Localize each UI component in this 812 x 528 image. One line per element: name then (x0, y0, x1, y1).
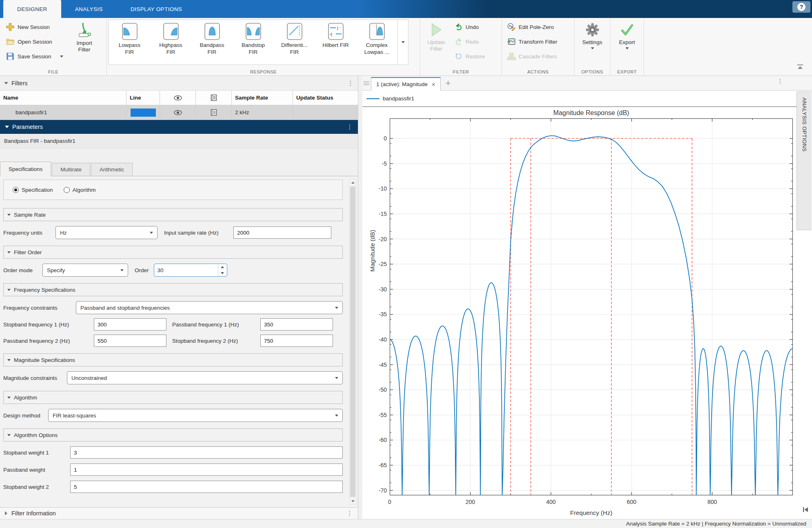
magnitude-constraints-dropdown[interactable]: Unconstrained (67, 371, 343, 384)
tab-specifications[interactable]: Specifications (0, 162, 51, 176)
collapse-icon (7, 289, 11, 291)
stopband-weight2-field[interactable] (70, 481, 343, 493)
section-sample-rate[interactable]: Sample Rate (3, 208, 343, 221)
cascade-filters-icon (507, 52, 516, 60)
stopband-freq1-field[interactable] (94, 318, 166, 331)
filter-row-line-swatch[interactable] (126, 105, 160, 120)
response-hilbert-fir[interactable]: j-j Hilbert FIR (315, 20, 356, 64)
filters-panel-header: Filters ⋮ (0, 76, 358, 91)
help-button[interactable]: ? (792, 1, 810, 13)
restore-button[interactable]: Restore (451, 49, 488, 64)
options-section-label: OPTIONS (575, 69, 610, 74)
scrollbar-thumb[interactable] (350, 186, 355, 497)
analysis-options-label: ANALYSIS OPTIONS (801, 98, 808, 152)
analysis-options-tab[interactable]: ANALYSIS OPTIONS (796, 91, 812, 230)
frequency-constraints-dropdown[interactable]: Passband and stopband frequencies (76, 301, 343, 314)
design-method-dropdown[interactable]: FIR least-squares (48, 409, 343, 422)
edit-pole-zero-button[interactable]: Edit Pole-Zero (504, 20, 574, 34)
add-tab-button[interactable]: + (446, 78, 451, 89)
order-value: 30 (154, 264, 218, 276)
response-complex-lowpass[interactable]: ComplexLowpas ... (356, 20, 397, 64)
import-filter-button[interactable]: Import Filter (70, 20, 99, 67)
parameters-scrollbar[interactable] (349, 179, 356, 505)
input-sample-rate-field[interactable] (233, 226, 331, 239)
section-algorithm-options[interactable]: Algorithm Options (3, 428, 343, 441)
response-bandstop-fir[interactable]: BandstopFIR (233, 20, 274, 64)
legend-label: bandpassfir1 (383, 95, 414, 102)
response-differentiator-fir[interactable]: Differenti...FIR (274, 20, 315, 64)
passband-freq2-field[interactable] (94, 335, 166, 347)
undo-icon (455, 23, 463, 31)
dock-figure-icon[interactable] (802, 507, 809, 514)
response-section-label: RESPONSE (107, 69, 420, 74)
design-mode-group: Specification Algorithm (3, 180, 343, 200)
order-mode-dropdown[interactable]: Specify (42, 264, 128, 277)
response-highpass-fir[interactable]: HighpassFIR (150, 20, 191, 64)
filter-information-title: Filter Information (11, 510, 346, 517)
radio-algorithm[interactable]: Algorithm (64, 187, 96, 193)
parameters-content: Specification Algorithm Sample Rate Freq… (0, 176, 358, 507)
filters-collapse-icon[interactable] (4, 82, 8, 84)
tab-display-options[interactable]: DISPLAY OPTIONS (117, 0, 196, 18)
filter-row-update-status (293, 105, 358, 120)
undo-button[interactable]: Undo (451, 20, 488, 34)
col-line: Line (126, 91, 160, 105)
order-decrement-button[interactable] (218, 270, 227, 276)
open-session-button[interactable]: Open Session (2, 34, 67, 49)
transform-filter-button[interactable]: Transform Filter (504, 34, 574, 49)
save-session-caret-icon[interactable] (60, 55, 63, 58)
section-actions: Edit Pole-Zero Transform Filter Cascade … (502, 18, 575, 75)
update-filter-button[interactable]: UpdateFilter (422, 20, 450, 67)
response-lowpass-fir[interactable]: LowpassFIR (109, 20, 150, 64)
redo-button[interactable]: Redo (451, 34, 488, 49)
viewer-tab-magnitude[interactable]: 1 (active): Magnitude × (371, 77, 441, 91)
filter-information-kebab-icon[interactable]: ⋮ (346, 511, 353, 515)
tab-designer[interactable]: DESIGNER (3, 0, 61, 18)
export-button[interactable]: Export (611, 20, 643, 67)
section-algorithm[interactable]: Algorithm (3, 391, 343, 404)
filter-information-bar[interactable]: Filter Information ⋮ (0, 507, 358, 519)
restore-icon (455, 53, 463, 60)
response-gallery: LowpassFIR HighpassFIR BandpassFIR Bands… (109, 20, 408, 65)
grip-icon[interactable] (364, 80, 369, 86)
scroll-down-icon[interactable] (350, 498, 356, 504)
save-session-button[interactable]: Save Session (2, 49, 67, 64)
settings-caret-icon (591, 47, 594, 49)
filters-kebab-icon[interactable]: ⋮ (347, 81, 354, 85)
radio-specification[interactable]: Specification (13, 187, 53, 193)
collapse-ribbon-button[interactable] (796, 64, 805, 71)
section-magnitude-specifications[interactable]: Magnitude Specifications (3, 353, 343, 366)
response-bandpass-fir[interactable]: BandpassFIR (191, 20, 233, 64)
section-filter-order[interactable]: Filter Order (3, 246, 343, 259)
filter-row-annotation-button[interactable] (196, 105, 232, 120)
cascade-filters-button[interactable]: Cascade Filters (504, 49, 574, 64)
response-gallery-overflow-button[interactable] (397, 20, 408, 64)
close-icon[interactable]: × (432, 81, 435, 88)
new-session-button[interactable]: New Session (2, 20, 67, 34)
passband-freq1-field[interactable] (260, 318, 333, 331)
filter-row-visibility-toggle[interactable] (160, 105, 196, 120)
tab-analysis[interactable]: ANALYSIS (61, 0, 117, 18)
chart-title: Magnitude Response (dB) (390, 109, 793, 117)
settings-button[interactable]: Settings (577, 20, 608, 67)
tab-multirate[interactable]: Multirate (52, 163, 90, 176)
section-frequency-specifications[interactable]: Frequency Specifications (3, 283, 343, 296)
toolstrip-empty (644, 18, 812, 75)
stopband-weight1-field[interactable] (70, 446, 343, 459)
stopband-freq2-field[interactable] (260, 335, 333, 347)
collapse-icon (7, 214, 11, 216)
filter-row-name[interactable]: bandpassfir1 (0, 105, 126, 120)
order-increment-button[interactable] (218, 264, 227, 270)
tab-arithmetic[interactable]: Arithmetic (91, 163, 133, 176)
bandstop-icon (245, 22, 262, 40)
parameters-kebab-icon[interactable]: ⋮ (346, 125, 353, 129)
scroll-up-icon[interactable] (350, 179, 356, 186)
passband-weight-field[interactable] (70, 464, 343, 476)
left-panel: Filters ⋮ Name Line Sample Rate Update S… (0, 76, 358, 519)
parameters-collapse-icon[interactable] (5, 126, 9, 128)
passband-weight-label: Passband weight (3, 467, 70, 473)
frequency-units-dropdown[interactable]: Hz (55, 226, 158, 239)
order-spinner[interactable]: 30 (154, 264, 227, 277)
viewer-kebab-icon[interactable]: ⋮ (777, 79, 783, 83)
stopband-freq1-label: Stopband frequency 1 (Hz) (3, 322, 94, 328)
